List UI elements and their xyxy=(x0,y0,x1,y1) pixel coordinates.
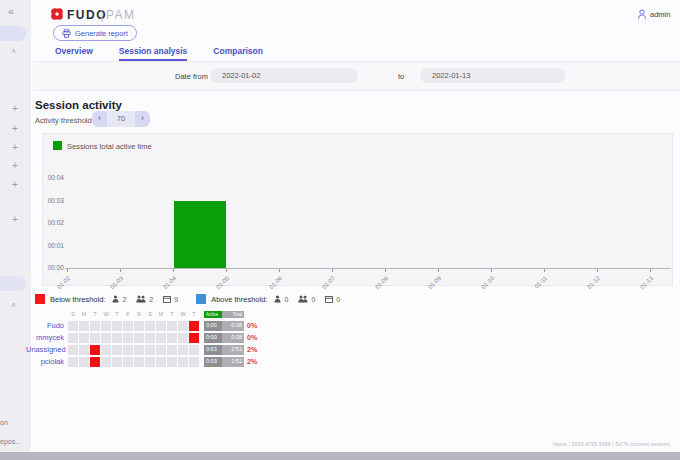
day-activity-square xyxy=(68,333,78,343)
below-threshold-label: Below threshold: xyxy=(50,295,105,304)
date-from-input[interactable]: 2022-01-02 xyxy=(210,68,358,83)
day-activity-square xyxy=(134,345,144,355)
active-time-bar: 0:03 xyxy=(204,345,222,355)
logged-in-user[interactable]: admin xyxy=(650,10,670,19)
day-activity-square xyxy=(167,333,177,343)
day-activity-square xyxy=(189,345,199,355)
day-activity-square xyxy=(145,345,155,355)
sidebar-expand-plus-icon[interactable]: + xyxy=(12,104,18,114)
percent-label: 2% xyxy=(247,345,257,355)
day-activity-square xyxy=(189,333,199,343)
chart-bar xyxy=(174,201,226,269)
day-activity-square xyxy=(134,321,144,331)
sidebar-expand-plus-icon[interactable]: + xyxy=(12,143,18,153)
x-axis-tick-label: 01-08 xyxy=(369,275,389,295)
x-axis-tick xyxy=(597,269,598,272)
users-group-icon xyxy=(136,295,146,303)
activity-threshold-stepper: ‹ 70 › xyxy=(92,111,150,127)
y-axis-tick-label: 00:00 xyxy=(43,264,64,271)
total-time-bar: 2:51 xyxy=(222,357,244,367)
sidebar-item-label-cut-2[interactable]: epos... xyxy=(0,438,21,445)
above-threshold-label: Above threshold: xyxy=(211,295,267,304)
threshold-decrease-button[interactable]: ‹ xyxy=(92,111,107,127)
sidebar-expand-plus-icon[interactable]: + xyxy=(12,124,18,134)
x-axis-line xyxy=(65,268,671,269)
day-activity-square xyxy=(90,321,100,331)
day-activity-square xyxy=(134,333,144,343)
percent-label: 0% xyxy=(247,321,257,331)
tab-comparison[interactable]: Comparison xyxy=(213,46,263,61)
user-link[interactable]: Fudo xyxy=(26,321,64,331)
threshold-value: 70 xyxy=(107,111,135,127)
x-axis-tick-label: 01-07 xyxy=(316,275,336,295)
x-axis-tick xyxy=(544,269,545,272)
generate-report-label: Generate report xyxy=(75,29,128,38)
x-axis-tick-label: 01-10 xyxy=(475,275,495,295)
day-activity-square xyxy=(101,321,111,331)
printer-icon xyxy=(62,29,71,38)
day-header: S xyxy=(134,311,144,317)
x-axis-tick xyxy=(385,269,386,272)
day-activity-square xyxy=(178,333,188,343)
activity-threshold-label: Activity threshold xyxy=(35,116,92,125)
day-activity-square xyxy=(79,321,89,331)
tabs: OverviewSession analysisComparison xyxy=(33,40,680,62)
sidebar-active-item[interactable] xyxy=(0,26,26,41)
day-activity-square xyxy=(90,345,100,355)
date-to-input[interactable]: 2022-01-13 xyxy=(420,68,565,83)
y-axis-tick-label: 00:01 xyxy=(43,242,64,249)
day-activity-square xyxy=(156,357,166,367)
day-activity-square xyxy=(90,357,100,367)
day-activity-square xyxy=(112,357,122,367)
generate-report-button[interactable]: Generate report xyxy=(53,25,137,41)
sidebar-expand-plus-icon[interactable]: + xyxy=(12,215,18,225)
y-axis-tick-label: 00:03 xyxy=(43,197,64,204)
sidebar-item-label-cut[interactable]: on xyxy=(0,419,8,426)
day-header: F xyxy=(123,311,133,317)
day-header: M xyxy=(156,311,166,317)
day-activity-square xyxy=(79,333,89,343)
server-icon-2 xyxy=(325,296,333,303)
x-axis-tick-label: 01-12 xyxy=(581,275,601,295)
user-link[interactable]: pciolak xyxy=(26,357,64,367)
day-header: T xyxy=(90,311,100,317)
day-activity-square xyxy=(101,333,111,343)
threshold-legend: Below threshold: 2 2 9 Above threshold: … xyxy=(35,294,343,304)
chevron-up-icon-2[interactable]: ∧ xyxy=(11,301,16,309)
day-activity-square xyxy=(178,321,188,331)
x-axis-tick xyxy=(120,269,121,272)
x-axis-tick xyxy=(332,269,333,272)
day-activity-square xyxy=(145,321,155,331)
threshold-increase-button[interactable]: › xyxy=(135,111,150,127)
percent-label: 0% xyxy=(247,333,257,343)
page-title: Session activity xyxy=(35,99,122,111)
x-axis-tick-label: 01-11 xyxy=(528,275,548,295)
below-servers-count: 9 xyxy=(174,296,178,303)
day-activity-square xyxy=(101,345,111,355)
day-activity-square xyxy=(167,345,177,355)
footer-text: Home | 5003.4725.3469 | 5cf7b (current v… xyxy=(553,441,670,447)
user-link[interactable]: Unassigned xyxy=(26,345,64,355)
status-bar xyxy=(0,452,680,460)
day-header: T xyxy=(112,311,122,317)
percent-label: 2% xyxy=(247,357,257,367)
sidebar-collapse-icon[interactable]: « xyxy=(8,5,14,17)
day-activity-square xyxy=(90,333,100,343)
user-link[interactable]: mmycek xyxy=(26,333,64,343)
logo-text-pam: PAM xyxy=(106,8,136,22)
day-activity-square xyxy=(167,357,177,367)
sidebar: « ∧ ∧ on epos... ++++++ xyxy=(0,0,31,452)
tab-overview[interactable]: Overview xyxy=(55,46,93,61)
tab-session-analysis[interactable]: Session analysis xyxy=(119,46,188,61)
total-time-bar: 2:51 xyxy=(222,345,244,355)
day-activity-square xyxy=(156,333,166,343)
chevron-up-icon[interactable]: ∧ xyxy=(11,47,16,55)
sidebar-expand-plus-icon[interactable]: + xyxy=(12,161,18,171)
sidebar-expand-plus-icon[interactable]: + xyxy=(12,180,18,190)
below-threshold-swatch xyxy=(35,294,45,304)
sidebar-active-item-2[interactable] xyxy=(0,276,26,291)
day-activity-square xyxy=(112,321,122,331)
active-column-header: Active xyxy=(204,311,222,318)
active-time-bar: 0:00 xyxy=(204,321,222,331)
day-activity-square xyxy=(68,357,78,367)
